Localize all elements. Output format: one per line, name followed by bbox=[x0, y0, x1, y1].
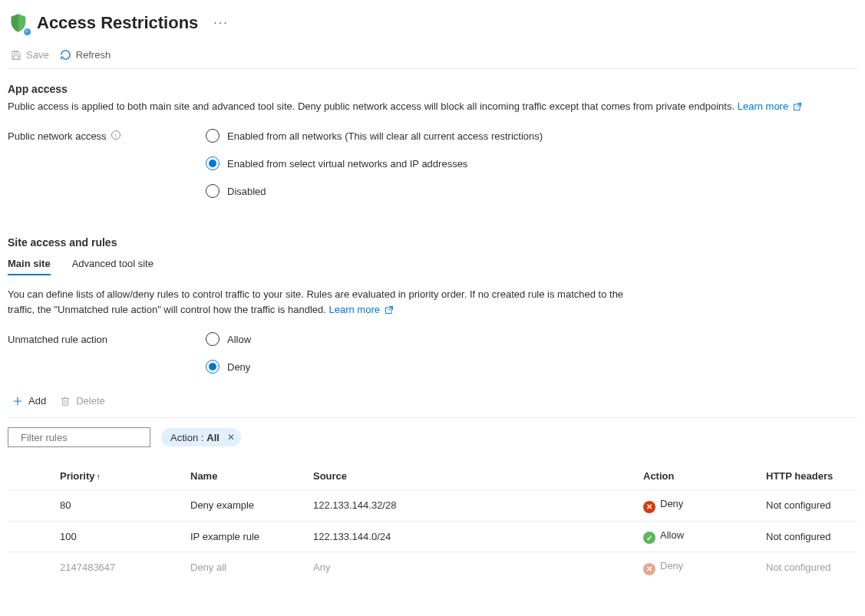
public-network-access-field: Public network access i Enabled from all… bbox=[8, 129, 857, 198]
radio-icon bbox=[206, 360, 220, 374]
app-access-heading: App access bbox=[8, 83, 857, 95]
shield-icon bbox=[8, 12, 29, 34]
radio-disabled[interactable]: Disabled bbox=[206, 184, 543, 198]
col-header-action[interactable]: Action bbox=[637, 463, 760, 490]
cell-http: Not configured bbox=[760, 521, 857, 552]
cell-action: ✕Deny bbox=[637, 490, 760, 522]
cell-source: 122.133.144.0/24 bbox=[307, 521, 637, 552]
radio-icon bbox=[206, 184, 220, 198]
x-circle-icon: ✕ bbox=[643, 563, 655, 575]
cell-http: Not configured bbox=[760, 552, 857, 583]
col-header-http[interactable]: HTTP headers bbox=[760, 463, 857, 490]
add-rule-button[interactable]: Add bbox=[12, 395, 46, 407]
action-filter-pill[interactable]: Action : All ✕ bbox=[161, 428, 241, 446]
save-icon bbox=[11, 50, 21, 61]
svg-rect-0 bbox=[14, 51, 17, 54]
unmatched-rule-action-field: Unmatched rule action Allow Deny bbox=[8, 332, 857, 374]
radio-icon bbox=[206, 332, 220, 346]
learn-more-link[interactable]: Learn more bbox=[738, 100, 802, 112]
cell-name: Deny example bbox=[184, 490, 307, 522]
table-row[interactable]: 2147483647Deny allAny✕DenyNot configured bbox=[8, 552, 857, 583]
refresh-icon bbox=[60, 49, 71, 61]
cell-priority: 2147483647 bbox=[8, 552, 184, 583]
col-header-priority[interactable]: Priority↑ bbox=[8, 463, 184, 490]
more-actions-button[interactable]: ··· bbox=[213, 17, 228, 29]
cell-name: Deny all bbox=[184, 552, 307, 583]
page-title: Access Restrictions bbox=[37, 13, 198, 33]
delete-rule-button[interactable]: Delete bbox=[60, 395, 105, 407]
clear-filter-icon[interactable]: ✕ bbox=[227, 432, 235, 443]
site-tabs: Main site Advanced tool site bbox=[8, 258, 857, 276]
cell-action: ✕Deny bbox=[637, 552, 760, 583]
command-bar: Save Refresh bbox=[8, 44, 857, 69]
save-label: Save bbox=[26, 49, 49, 61]
public-network-access-options: Enabled from all networks (This will cle… bbox=[206, 129, 543, 198]
sort-asc-icon: ↑ bbox=[97, 472, 101, 481]
rules-filter-row: Action : All ✕ bbox=[8, 417, 857, 447]
shield-globe-badge bbox=[22, 27, 32, 37]
cell-name: IP example rule bbox=[184, 521, 307, 552]
cell-priority: 80 bbox=[8, 490, 184, 522]
radio-unmatched-allow[interactable]: Allow bbox=[206, 332, 251, 346]
table-header-row: Priority↑ Name Source Action HTTP header… bbox=[8, 463, 857, 490]
table-row[interactable]: 80Deny example122.133.144.32/28✕DenyNot … bbox=[8, 490, 857, 522]
radio-icon bbox=[206, 156, 220, 170]
learn-more-link-rules[interactable]: Learn more bbox=[329, 304, 393, 315]
trash-icon bbox=[60, 396, 71, 407]
filter-rules-search[interactable] bbox=[8, 427, 150, 447]
x-circle-icon: ✕ bbox=[643, 501, 655, 513]
col-header-source[interactable]: Source bbox=[307, 463, 637, 490]
rules-table: Priority↑ Name Source Action HTTP header… bbox=[8, 463, 857, 583]
cell-action: ✓Allow bbox=[637, 521, 760, 552]
save-button[interactable]: Save bbox=[11, 49, 49, 61]
radio-enabled-all-networks[interactable]: Enabled from all networks (This will cle… bbox=[206, 129, 543, 143]
site-access-description: You can define lists of allow/deny rules… bbox=[8, 287, 637, 317]
unmatched-rule-action-label: Unmatched rule action bbox=[8, 332, 206, 374]
cell-source: 122.133.144.32/28 bbox=[307, 490, 637, 522]
external-link-icon bbox=[793, 102, 802, 111]
radio-unmatched-deny[interactable]: Deny bbox=[206, 360, 251, 374]
plus-icon bbox=[12, 396, 23, 407]
cell-priority: 100 bbox=[8, 521, 184, 552]
check-circle-icon: ✓ bbox=[643, 532, 655, 544]
rules-toolbar: Add Delete bbox=[8, 395, 857, 407]
refresh-button[interactable]: Refresh bbox=[60, 49, 111, 61]
radio-enabled-select-networks[interactable]: Enabled from select virtual networks and… bbox=[206, 156, 543, 170]
public-network-access-label: Public network access i bbox=[8, 129, 206, 198]
col-header-name[interactable]: Name bbox=[184, 463, 307, 490]
table-row[interactable]: 100IP example rule122.133.144.0/24✓Allow… bbox=[8, 521, 857, 552]
info-icon[interactable]: i bbox=[111, 130, 121, 140]
refresh-label: Refresh bbox=[76, 49, 111, 61]
app-access-description: Public access is applied to both main si… bbox=[8, 100, 857, 114]
unmatched-rule-options: Allow Deny bbox=[206, 332, 251, 374]
filter-rules-input[interactable] bbox=[21, 432, 150, 443]
site-access-heading: Site access and rules bbox=[8, 236, 857, 249]
tab-advanced-tool-site[interactable]: Advanced tool site bbox=[72, 258, 154, 275]
external-link-icon bbox=[385, 305, 394, 315]
page-header: Access Restrictions ··· bbox=[8, 6, 857, 44]
tab-main-site[interactable]: Main site bbox=[8, 258, 51, 275]
radio-icon bbox=[206, 129, 220, 143]
svg-rect-4 bbox=[63, 398, 68, 405]
svg-rect-1 bbox=[14, 55, 19, 58]
cell-http: Not configured bbox=[760, 490, 857, 522]
cell-source: Any bbox=[307, 552, 637, 583]
